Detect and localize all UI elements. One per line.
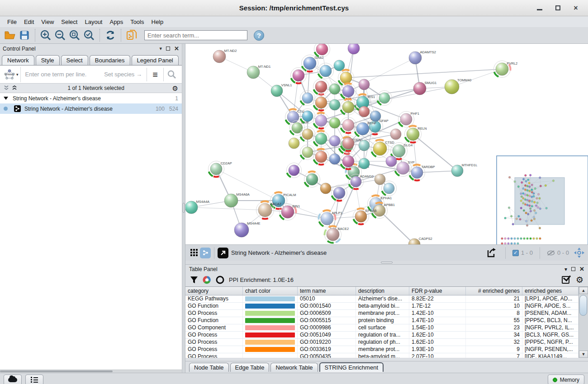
network-node[interactable] [291,68,307,84]
menu-apps[interactable]: Apps [106,18,127,26]
float-panel-icon[interactable] [571,267,575,271]
network-node[interactable]: PVRL2 [494,61,518,78]
set-species-hint[interactable]: Set species → [104,71,142,78]
network-node[interactable]: APLP1 [319,211,342,227]
tab-legend-panel[interactable]: Legend Panel [132,55,179,65]
network-node[interactable] [329,84,340,94]
close-button[interactable]: × [570,3,582,13]
horizontal-splitter[interactable] [185,261,588,264]
search-input[interactable] [144,30,247,40]
memory-button[interactable]: Memory [548,375,584,384]
network-node[interactable]: MTHFD1L [451,163,477,177]
network-node[interactable] [318,63,334,79]
zoom-selected-button[interactable] [82,28,96,42]
filter-icon[interactable] [190,276,198,284]
scroll-down-icon[interactable]: ▼ [579,351,588,358]
string-query-placeholder[interactable]: Enter one term per line. [25,71,87,78]
network-node[interactable] [341,136,356,151]
menu-view[interactable]: View [38,18,57,26]
scroll-up-icon[interactable]: ▲ [579,287,588,294]
maximize-button[interactable] [552,3,564,13]
network-node[interactable] [359,79,370,90]
panel-menu-icon[interactable]: ▾ [564,266,567,272]
network-node[interactable] [300,127,315,142]
splitter-handle[interactable] [381,262,393,263]
menu-help[interactable]: Help [148,18,167,26]
save-session-button[interactable] [17,28,32,42]
table-row[interactable]: GO ProcessGO:0050435beta-amyloid m...2.0… [185,353,579,358]
network-node[interactable] [390,129,401,140]
menu-select[interactable]: Select [57,18,81,26]
network-node[interactable]: RELN [405,126,427,143]
vertical-scrollbar[interactable]: ▲ ▼ [579,287,588,358]
network-node[interactable] [313,149,329,165]
network-node[interactable] [341,154,356,169]
menu-file[interactable]: File [4,18,20,26]
tab-node-table[interactable]: Node Table [189,363,229,372]
gear-icon[interactable]: ⚙ [172,85,178,92]
collection-expander-icon[interactable] [4,97,8,100]
table-row[interactable]: KEGG Pathways05010Alzheimer's dise...8.8… [185,295,579,303]
network-node[interactable] [348,44,360,54]
column-header-fdr[interactable]: FDR p-value [409,287,466,295]
network-node[interactable] [341,84,356,99]
network-node[interactable] [320,183,331,194]
network-graph[interactable]: MT-ND2MT-ND1VSNL1GAB2CLUMMEIRS1ADAMTS2SM… [185,44,588,244]
column-header-genes[interactable]: enriched genes [522,287,579,295]
zoom-in-button[interactable] [38,28,53,42]
network-node[interactable]: TARDBP [409,165,435,181]
network-node[interactable] [300,91,315,106]
network-node[interactable] [289,138,299,149]
pan-mode-button[interactable] [573,246,585,260]
column-header-chart-color[interactable]: chart color [243,287,298,295]
network-node[interactable] [329,136,340,146]
network-node[interactable] [313,131,329,147]
table-row[interactable]: GO FunctionGO:0005515protein binding1.47… [185,317,579,324]
tab-edge-table[interactable]: Edge Table [230,363,270,372]
collapse-all-icon[interactable] [4,85,9,91]
network-node[interactable]: ADAMTS2 [409,50,436,65]
network-node[interactable]: ABCA7 [256,201,281,219]
network-node[interactable]: VSNL1 [271,83,292,97]
table-row[interactable]: GO ComponentGO:0009986cell surface1.54E-… [185,324,579,332]
menu-tools[interactable]: Tools [127,18,147,26]
network-node[interactable] [313,113,329,129]
tab-boundaries[interactable]: Boundaries [90,55,130,65]
network-collection-row[interactable]: String Network - Alzheimer's disease 1 [0,93,182,103]
tab-network-table[interactable]: Network Table [270,363,318,372]
close-panel-icon[interactable]: ✕ [174,46,179,52]
string-search-button[interactable] [164,67,180,82]
export-network-button[interactable] [485,246,498,260]
table-row[interactable]: GO ProcessGO:0051049regulation of tra...… [185,332,579,339]
tab-style[interactable]: Style [36,55,60,65]
column-header-num-genes[interactable]: # enriched genes [466,287,522,295]
help-button[interactable]: ? [254,30,264,41]
network-node[interactable] [300,145,315,160]
network-node[interactable] [332,185,347,201]
open-session-button[interactable] [3,28,17,42]
tab-select[interactable]: Select [61,55,88,65]
network-node[interactable] [370,111,381,122]
table-row[interactable]: GO ProcessGO:0019220regulation of ph...1… [185,339,579,346]
settings-gear-icon[interactable]: ⚙ [576,276,583,284]
expand-all-icon[interactable] [12,85,17,91]
network-row[interactable]: String Network - Alzheimer's disease 100… [0,103,182,114]
tab-string-enrichment[interactable]: STRING Enrichment [319,362,384,372]
network-node[interactable] [359,106,370,117]
network-node[interactable] [313,95,329,111]
network-node[interactable]: MS4A4A [185,200,209,214]
column-header-description[interactable]: description [356,287,409,295]
grid-view-button[interactable] [188,246,200,260]
network-node[interactable] [313,79,329,95]
network-node[interactable]: TOMM40 [445,78,471,94]
network-node[interactable]: CD2AP [209,161,232,177]
scrollbar-thumb[interactable] [579,295,587,316]
network-node[interactable] [314,44,330,57]
refresh-button[interactable] [103,28,118,42]
network-node[interactable] [341,117,356,133]
network-node[interactable]: PHF1 [398,112,419,127]
string-options-button[interactable]: ≡ [147,67,163,82]
automation-button[interactable] [4,375,22,384]
zoom-fit-button[interactable] [67,28,82,42]
network-node[interactable] [386,156,397,167]
